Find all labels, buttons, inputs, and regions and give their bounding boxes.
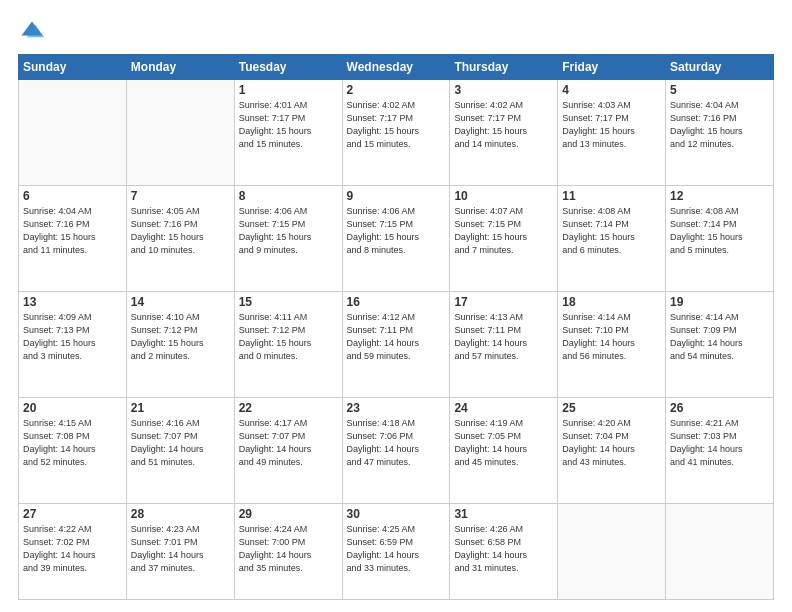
day-number: 19	[670, 295, 769, 309]
weekday-header-thursday: Thursday	[450, 55, 558, 80]
day-info: Sunrise: 4:22 AM Sunset: 7:02 PM Dayligh…	[23, 523, 122, 575]
weekday-header-tuesday: Tuesday	[234, 55, 342, 80]
day-number: 23	[347, 401, 446, 415]
day-cell: 19Sunrise: 4:14 AM Sunset: 7:09 PM Dayli…	[666, 291, 774, 397]
day-number: 28	[131, 507, 230, 521]
day-number: 18	[562, 295, 661, 309]
day-number: 26	[670, 401, 769, 415]
day-number: 2	[347, 83, 446, 97]
day-cell: 9Sunrise: 4:06 AM Sunset: 7:15 PM Daylig…	[342, 185, 450, 291]
day-info: Sunrise: 4:17 AM Sunset: 7:07 PM Dayligh…	[239, 417, 338, 469]
day-number: 16	[347, 295, 446, 309]
day-cell: 20Sunrise: 4:15 AM Sunset: 7:08 PM Dayli…	[19, 397, 127, 503]
day-cell: 30Sunrise: 4:25 AM Sunset: 6:59 PM Dayli…	[342, 503, 450, 599]
day-cell: 25Sunrise: 4:20 AM Sunset: 7:04 PM Dayli…	[558, 397, 666, 503]
day-info: Sunrise: 4:10 AM Sunset: 7:12 PM Dayligh…	[131, 311, 230, 363]
day-info: Sunrise: 4:23 AM Sunset: 7:01 PM Dayligh…	[131, 523, 230, 575]
day-cell: 21Sunrise: 4:16 AM Sunset: 7:07 PM Dayli…	[126, 397, 234, 503]
day-number: 3	[454, 83, 553, 97]
week-row-1: 1Sunrise: 4:01 AM Sunset: 7:17 PM Daylig…	[19, 80, 774, 186]
week-row-2: 6Sunrise: 4:04 AM Sunset: 7:16 PM Daylig…	[19, 185, 774, 291]
day-info: Sunrise: 4:20 AM Sunset: 7:04 PM Dayligh…	[562, 417, 661, 469]
day-number: 25	[562, 401, 661, 415]
day-number: 11	[562, 189, 661, 203]
day-cell: 6Sunrise: 4:04 AM Sunset: 7:16 PM Daylig…	[19, 185, 127, 291]
day-cell: 11Sunrise: 4:08 AM Sunset: 7:14 PM Dayli…	[558, 185, 666, 291]
day-number: 31	[454, 507, 553, 521]
logo-icon	[18, 18, 46, 46]
day-number: 22	[239, 401, 338, 415]
weekday-header-sunday: Sunday	[19, 55, 127, 80]
day-number: 30	[347, 507, 446, 521]
day-cell: 8Sunrise: 4:06 AM Sunset: 7:15 PM Daylig…	[234, 185, 342, 291]
day-cell: 12Sunrise: 4:08 AM Sunset: 7:14 PM Dayli…	[666, 185, 774, 291]
day-number: 9	[347, 189, 446, 203]
day-info: Sunrise: 4:03 AM Sunset: 7:17 PM Dayligh…	[562, 99, 661, 151]
day-cell: 17Sunrise: 4:13 AM Sunset: 7:11 PM Dayli…	[450, 291, 558, 397]
day-cell: 28Sunrise: 4:23 AM Sunset: 7:01 PM Dayli…	[126, 503, 234, 599]
day-info: Sunrise: 4:02 AM Sunset: 7:17 PM Dayligh…	[454, 99, 553, 151]
day-number: 8	[239, 189, 338, 203]
day-number: 4	[562, 83, 661, 97]
calendar-table: SundayMondayTuesdayWednesdayThursdayFrid…	[18, 54, 774, 600]
weekday-header-wednesday: Wednesday	[342, 55, 450, 80]
day-cell: 10Sunrise: 4:07 AM Sunset: 7:15 PM Dayli…	[450, 185, 558, 291]
day-cell: 7Sunrise: 4:05 AM Sunset: 7:16 PM Daylig…	[126, 185, 234, 291]
day-cell: 3Sunrise: 4:02 AM Sunset: 7:17 PM Daylig…	[450, 80, 558, 186]
day-info: Sunrise: 4:18 AM Sunset: 7:06 PM Dayligh…	[347, 417, 446, 469]
day-info: Sunrise: 4:11 AM Sunset: 7:12 PM Dayligh…	[239, 311, 338, 363]
logo	[18, 18, 50, 46]
weekday-header-saturday: Saturday	[666, 55, 774, 80]
day-info: Sunrise: 4:26 AM Sunset: 6:58 PM Dayligh…	[454, 523, 553, 575]
day-cell	[126, 80, 234, 186]
day-info: Sunrise: 4:09 AM Sunset: 7:13 PM Dayligh…	[23, 311, 122, 363]
day-cell: 14Sunrise: 4:10 AM Sunset: 7:12 PM Dayli…	[126, 291, 234, 397]
day-number: 29	[239, 507, 338, 521]
day-number: 13	[23, 295, 122, 309]
day-info: Sunrise: 4:24 AM Sunset: 7:00 PM Dayligh…	[239, 523, 338, 575]
day-cell: 29Sunrise: 4:24 AM Sunset: 7:00 PM Dayli…	[234, 503, 342, 599]
day-cell: 13Sunrise: 4:09 AM Sunset: 7:13 PM Dayli…	[19, 291, 127, 397]
day-number: 14	[131, 295, 230, 309]
day-info: Sunrise: 4:06 AM Sunset: 7:15 PM Dayligh…	[347, 205, 446, 257]
day-number: 17	[454, 295, 553, 309]
day-cell: 26Sunrise: 4:21 AM Sunset: 7:03 PM Dayli…	[666, 397, 774, 503]
day-cell: 24Sunrise: 4:19 AM Sunset: 7:05 PM Dayli…	[450, 397, 558, 503]
day-info: Sunrise: 4:14 AM Sunset: 7:10 PM Dayligh…	[562, 311, 661, 363]
day-info: Sunrise: 4:13 AM Sunset: 7:11 PM Dayligh…	[454, 311, 553, 363]
day-cell: 16Sunrise: 4:12 AM Sunset: 7:11 PM Dayli…	[342, 291, 450, 397]
day-info: Sunrise: 4:01 AM Sunset: 7:17 PM Dayligh…	[239, 99, 338, 151]
day-number: 5	[670, 83, 769, 97]
day-cell	[19, 80, 127, 186]
day-cell: 15Sunrise: 4:11 AM Sunset: 7:12 PM Dayli…	[234, 291, 342, 397]
day-cell: 23Sunrise: 4:18 AM Sunset: 7:06 PM Dayli…	[342, 397, 450, 503]
day-cell	[666, 503, 774, 599]
day-cell: 22Sunrise: 4:17 AM Sunset: 7:07 PM Dayli…	[234, 397, 342, 503]
day-number: 1	[239, 83, 338, 97]
day-info: Sunrise: 4:19 AM Sunset: 7:05 PM Dayligh…	[454, 417, 553, 469]
day-number: 20	[23, 401, 122, 415]
day-cell	[558, 503, 666, 599]
day-info: Sunrise: 4:07 AM Sunset: 7:15 PM Dayligh…	[454, 205, 553, 257]
day-info: Sunrise: 4:12 AM Sunset: 7:11 PM Dayligh…	[347, 311, 446, 363]
day-info: Sunrise: 4:16 AM Sunset: 7:07 PM Dayligh…	[131, 417, 230, 469]
day-number: 27	[23, 507, 122, 521]
day-cell: 27Sunrise: 4:22 AM Sunset: 7:02 PM Dayli…	[19, 503, 127, 599]
day-info: Sunrise: 4:25 AM Sunset: 6:59 PM Dayligh…	[347, 523, 446, 575]
day-cell: 1Sunrise: 4:01 AM Sunset: 7:17 PM Daylig…	[234, 80, 342, 186]
day-cell: 18Sunrise: 4:14 AM Sunset: 7:10 PM Dayli…	[558, 291, 666, 397]
day-info: Sunrise: 4:08 AM Sunset: 7:14 PM Dayligh…	[670, 205, 769, 257]
day-info: Sunrise: 4:05 AM Sunset: 7:16 PM Dayligh…	[131, 205, 230, 257]
weekday-header-friday: Friday	[558, 55, 666, 80]
day-cell: 5Sunrise: 4:04 AM Sunset: 7:16 PM Daylig…	[666, 80, 774, 186]
day-info: Sunrise: 4:04 AM Sunset: 7:16 PM Dayligh…	[670, 99, 769, 151]
weekday-header-row: SundayMondayTuesdayWednesdayThursdayFrid…	[19, 55, 774, 80]
weekday-header-monday: Monday	[126, 55, 234, 80]
day-number: 24	[454, 401, 553, 415]
day-info: Sunrise: 4:02 AM Sunset: 7:17 PM Dayligh…	[347, 99, 446, 151]
day-number: 6	[23, 189, 122, 203]
day-cell: 31Sunrise: 4:26 AM Sunset: 6:58 PM Dayli…	[450, 503, 558, 599]
day-info: Sunrise: 4:04 AM Sunset: 7:16 PM Dayligh…	[23, 205, 122, 257]
day-info: Sunrise: 4:06 AM Sunset: 7:15 PM Dayligh…	[239, 205, 338, 257]
day-number: 10	[454, 189, 553, 203]
